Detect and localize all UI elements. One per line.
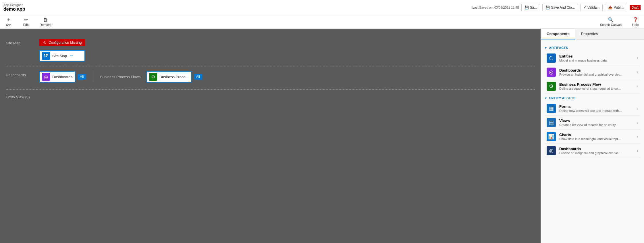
artifacts-section-label: ARTIFACTS <box>549 46 568 49</box>
entity-item-dashboards2[interactable]: ◎ Dashboards Provide an insightful and g… <box>544 144 641 158</box>
artifacts-chevron-icon: ▼ <box>544 46 547 49</box>
panel-tabs: Components Properties <box>541 29 644 40</box>
bpf-all-badge[interactable]: All <box>194 74 202 80</box>
validate-icon: ✔ <box>583 5 586 9</box>
toolbar-right: 🔍 Search Canvas ❓ Help <box>598 16 641 28</box>
panel-body: ▼ ARTIFACTS ⬡ Entities Model and manage … <box>541 40 644 161</box>
site-map-row-content: ⚠ Configuration Missing 🗺 Site Map ✏ <box>39 39 535 62</box>
save-and-close-button[interactable]: 💾 Save And Clo... <box>542 4 578 11</box>
component-item-bpf[interactable]: ⚙ Business Process Flow Define a sequenc… <box>544 79 641 93</box>
dashboards-card-icon: ◎ <box>42 73 50 81</box>
save-close-icon: 💾 <box>545 5 550 9</box>
component-item-dashboards[interactable]: ◎ Dashboards Provide an insightful and g… <box>544 65 641 79</box>
validate-button[interactable]: ✔ Valida... <box>580 4 603 11</box>
artifacts-list: ⬡ Entities Model and manage business dat… <box>544 51 641 93</box>
entities-title: Entities <box>559 54 634 58</box>
views-arrow-icon: › <box>637 120 638 125</box>
validate-label: Valida... <box>587 5 599 9</box>
add-label: Add <box>6 23 11 27</box>
remove-icon: 🗑 <box>43 17 48 22</box>
entity-item-forms[interactable]: ▦ Forms Define how users will see and in… <box>544 102 641 116</box>
bpf-card-icon: ⚙ <box>149 73 157 81</box>
help-icon: ❓ <box>633 17 638 22</box>
toolbar: ＋ Add ✏ Edit 🗑 Remove 🔍 Search Canvas ❓ … <box>0 15 644 29</box>
entities-arrow-icon: › <box>637 56 638 60</box>
entity-assets-list: ▦ Forms Define how users will see and in… <box>544 102 641 158</box>
site-map-card-icon: 🗺 <box>42 52 50 60</box>
canvas: Site Map ⚠ Configuration Missing 🗺 Site … <box>0 29 541 243</box>
warning-icon: ⚠ <box>43 40 46 45</box>
forms-desc: Define how users will see and interact w… <box>559 109 622 112</box>
tab-components[interactable]: Components <box>541 29 575 39</box>
publish-label: Publi... <box>614 5 624 9</box>
dashboards2-icon: ◎ <box>547 146 556 155</box>
publish-icon: 📤 <box>608 5 612 9</box>
config-missing-text: Configuration Missing <box>49 41 82 45</box>
site-map-row: Site Map ⚠ Configuration Missing 🗺 Site … <box>6 35 535 66</box>
bpf-desc: Define a sequence of steps required to c… <box>559 87 622 90</box>
search-icon: 🔍 <box>608 17 614 22</box>
forms-arrow-icon: › <box>637 106 638 110</box>
draft-badge: Draft <box>630 5 641 10</box>
views-title: Views <box>559 118 634 123</box>
entity-assets-chevron-icon: ▼ <box>544 97 547 100</box>
forms-text: Forms Define how users will see and inte… <box>559 104 634 112</box>
entity-assets-section-header: ▼ ENTITY ASSETS <box>544 96 641 100</box>
save-button[interactable]: 💾 Sa... <box>521 4 540 11</box>
save-close-label: Save And Clo... <box>551 5 575 9</box>
tab-properties[interactable]: Properties <box>575 29 603 39</box>
entity-item-charts[interactable]: 📊 Charts Show data in a meaningful and v… <box>544 130 641 144</box>
right-panel: Components Properties ▼ ARTIFACTS ⬡ Enti… <box>541 29 644 243</box>
charts-icon: 📊 <box>547 132 556 141</box>
dashboards-title: Dashboards <box>559 68 634 72</box>
site-map-row-label: Site Map <box>6 39 34 45</box>
dashboards-desc: Provide an insightful and graphical over… <box>559 73 622 76</box>
bpf-card[interactable]: ⚙ Business Proce... <box>146 71 191 83</box>
dashboards-card[interactable]: ◎ Dashboards <box>39 71 75 83</box>
charts-text: Charts Show data in a meaningful and vis… <box>559 133 634 141</box>
remove-button[interactable]: 🗑 Remove <box>38 16 53 28</box>
dashboards-row-label: Dashboards <box>6 71 34 77</box>
bpf-card-label: Business Proce... <box>159 75 188 79</box>
bpf-section-label: Business Process Flows <box>100 75 140 79</box>
entity-item-views[interactable]: ▤ Views Create a list view of records fo… <box>544 116 641 130</box>
charts-title: Charts <box>559 133 634 137</box>
dashboards-row-content: ◎ Dashboards All Business Process Flows … <box>39 71 535 83</box>
save-label: Sa... <box>530 5 537 9</box>
dashboards-card-label: Dashboards <box>52 75 72 79</box>
entity-view-label: Entity View (0) <box>6 93 34 99</box>
entities-text: Entities Model and manage business data. <box>559 54 634 62</box>
edit-icon: ✏ <box>24 17 28 22</box>
artifacts-section-header: ▼ ARTIFACTS <box>544 46 641 49</box>
remove-label: Remove <box>40 23 51 26</box>
site-map-card-label: Site Map <box>52 54 67 58</box>
dashboards-all-badge[interactable]: All <box>78 74 86 80</box>
bpf-text: Business Process Flow Define a sequence … <box>559 82 634 90</box>
dashboards-bpf-row: Dashboards ◎ Dashboards All Business Pro… <box>6 66 535 89</box>
site-map-edit-icon[interactable]: ✏ <box>70 54 73 58</box>
site-map-card[interactable]: 🗺 Site Map ✏ <box>39 50 85 62</box>
dashboards2-arrow-icon: › <box>637 149 638 153</box>
publish-button[interactable]: 📤 Publi... <box>605 4 627 11</box>
dashboards-arrow-icon: › <box>637 70 638 74</box>
views-icon: ▤ <box>547 118 556 127</box>
search-canvas-button[interactable]: 🔍 Search Canvas <box>598 16 623 28</box>
component-item-entities[interactable]: ⬡ Entities Model and manage business dat… <box>544 51 641 65</box>
bpf-icon: ⚙ <box>547 82 556 91</box>
save-icon: 💾 <box>525 5 529 9</box>
search-label: Search Canvas <box>600 23 622 26</box>
dashboards2-text: Dashboards Provide an insightful and gra… <box>559 147 634 155</box>
add-button[interactable]: ＋ Add <box>3 16 14 28</box>
help-button[interactable]: ❓ Help <box>630 16 641 28</box>
entities-icon: ⬡ <box>547 53 556 63</box>
app-name: demo app <box>3 7 25 12</box>
edit-button[interactable]: ✏ Edit <box>21 16 31 28</box>
help-label: Help <box>632 23 639 26</box>
forms-icon: ▦ <box>547 104 556 113</box>
entity-view-row: Entity View (0) <box>6 89 535 112</box>
main-layout: Site Map ⚠ Configuration Missing 🗺 Site … <box>0 29 644 243</box>
views-desc: Create a list view of records for an ent… <box>559 123 622 127</box>
forms-title: Forms <box>559 104 634 109</box>
entities-desc: Model and manage business data. <box>559 59 622 62</box>
bpf-arrow-icon: › <box>637 84 638 88</box>
